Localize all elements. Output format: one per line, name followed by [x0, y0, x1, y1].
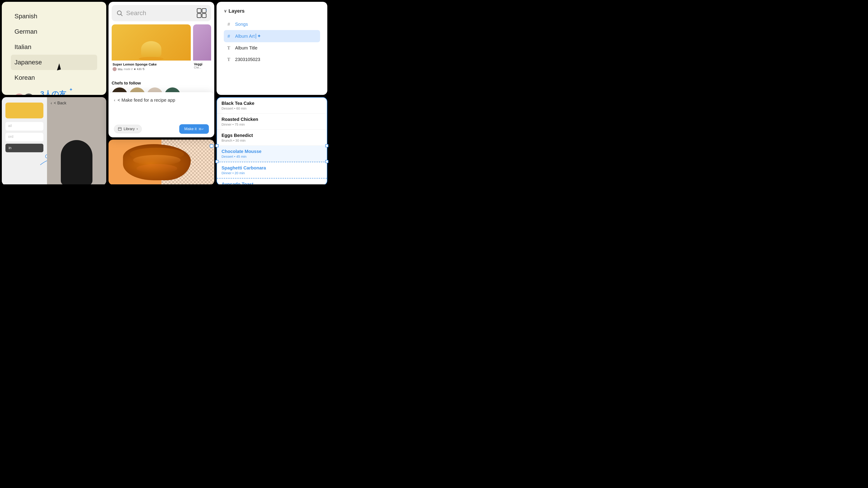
recipe-title-2: Veggi	[194, 62, 210, 66]
search-icon	[116, 10, 123, 17]
language-item-korean[interactable]: Korean	[11, 70, 97, 86]
recipe-list-meta: Brunch • 30 min	[221, 138, 322, 142]
friends-text: 3人の友達 ✦ fr iends	[40, 89, 95, 95]
back-arrow-icon: ‹	[51, 101, 52, 105]
layer-name-number: 2303105023	[235, 57, 260, 62]
prompt-title: < Make feed for a recipe app	[118, 98, 175, 103]
recipe-cards: Super Lemon Sponge Cake Mia made it ★ 4.…	[108, 24, 214, 78]
search-bar: Search ✦	[112, 5, 211, 21]
recipe-title: Super Lemon Sponge Cake	[113, 62, 190, 66]
language-item-japanese[interactable]: Japanese	[11, 55, 97, 70]
library-button[interactable]: Library ▾	[114, 125, 142, 133]
layer-name-editing: Album Art ✦	[235, 33, 261, 39]
language-item-spanish[interactable]: Spanish	[11, 8, 97, 24]
prompt-back-icon[interactable]: ‹	[114, 98, 115, 103]
croissant-panel	[108, 140, 214, 184]
cursor-blink	[256, 34, 256, 39]
avatar-group: 👩 👨	[13, 93, 32, 95]
language-item-italian[interactable]: Italian	[11, 39, 97, 55]
corner-handle-tr	[325, 144, 329, 147]
prompt-footer: Library ▾ Make it ⌘↵	[114, 124, 209, 134]
recipe-list-item-avocado[interactable]: Avocado Toast Brunch • 10 min	[217, 178, 327, 184]
form-left: ail ord in	[2, 97, 47, 184]
corner-handle-bl	[215, 160, 219, 163]
japanese-text: 3人の友達 ✦	[40, 89, 71, 95]
search-placeholder[interactable]: Search	[126, 9, 146, 17]
chef-avatar	[113, 67, 117, 71]
recipe-list-title: Roasted Chicken	[221, 117, 322, 122]
recipe-list-item-eggs-benedict[interactable]: Eggs Benedict Brunch • 30 min	[217, 130, 327, 146]
password-field[interactable]: ord	[5, 133, 43, 141]
sparkle-icon: ✦	[69, 87, 72, 92]
layer-item-album-art[interactable]: # Album Art ✦	[224, 30, 320, 42]
recipe-list-meta: Dinner • 20 min	[221, 171, 322, 175]
make-it-button[interactable]: Make it ⌘↵	[179, 124, 209, 134]
layers-title: Layers	[228, 8, 245, 14]
friends-section: 👩 👨 3人の友達 ✦ fr iends	[11, 89, 97, 95]
form-panel: ail ord in	[2, 97, 106, 184]
recipe-list-title: Eggs Benedict	[221, 133, 322, 138]
person-silhouette	[61, 140, 92, 184]
ai-search-icon[interactable]: ✦	[197, 8, 207, 18]
prompt-content-area[interactable]	[114, 103, 209, 122]
recipe-list-item-spaghetti[interactable]: Spaghetti Carbonara Dinner • 20 min	[217, 162, 327, 178]
signin-button[interactable]: in	[5, 144, 43, 152]
svg-rect-2	[197, 8, 201, 13]
recipe-card-info: Super Lemon Sponge Cake Mia made it ★ 4.…	[112, 61, 191, 72]
language-item-german[interactable]: German	[11, 24, 97, 39]
croissant-shape	[123, 144, 191, 180]
sparkle-icon: ✦	[257, 33, 261, 39]
layer-item-songs[interactable]: # Songs	[224, 19, 320, 30]
recipe-list-title: Avocado Toast	[221, 182, 322, 184]
text-icon: T	[226, 45, 231, 51]
svg-rect-8	[118, 127, 121, 131]
email-field[interactable]: ail	[5, 122, 43, 131]
recipe-card-lemon[interactable]: Super Lemon Sponge Cake Mia made it ★ 4.…	[112, 24, 191, 78]
layers-header: ∨ Layers	[224, 8, 320, 14]
layer-item-number[interactable]: T 2303105023	[224, 54, 320, 65]
form-right: ‹ < Back	[47, 97, 106, 184]
chef-name-2: Che...	[194, 66, 210, 69]
recipe-list-meta: Dessert • 60 min	[221, 106, 322, 110]
recipe-list-item-black-tea[interactable]: Black Tea Cake Dessert • 60 min	[217, 98, 327, 113]
language-panel: Spanish German Italian Japanese Korean 👩…	[2, 2, 106, 95]
chefs-title: Chefs to follow	[112, 81, 211, 86]
ai-prompt-panel: ‹ < Make feed for a recipe app Library ▾…	[108, 92, 214, 137]
hash-icon: #	[226, 22, 231, 27]
search-left: Search	[116, 9, 146, 17]
prompt-header: ‹ < Make feed for a recipe app	[114, 98, 209, 103]
svg-line-1	[121, 14, 123, 16]
layer-item-album-title[interactable]: T Album Title	[224, 42, 320, 54]
recipe-list-meta: Dinner • 75 min	[221, 123, 322, 126]
svg-rect-4	[197, 13, 201, 18]
corner-handle-tl	[215, 144, 219, 147]
svg-rect-5	[202, 13, 206, 18]
crop-handle[interactable]	[210, 144, 213, 148]
svg-point-0	[117, 11, 121, 15]
text-icon-2: T	[226, 57, 231, 62]
recipe-list-panel: Black Tea Cake Dessert • 60 min Roasted …	[217, 97, 327, 184]
avatar: 👩	[13, 93, 25, 95]
corner-handle-br	[325, 160, 329, 163]
recipe-list-item-roasted-chicken[interactable]: Roasted Chicken Dinner • 75 min	[217, 113, 327, 130]
avatar: 👨	[23, 93, 35, 95]
layers-panel: ∨ Layers # Songs # Album Art ✦ T Albu	[217, 2, 327, 95]
made-it-label: made it	[124, 68, 132, 71]
recipe-list-item-chocolate-mousse[interactable]: Chocolate Mousse Dessert • 45 min ↕ ✦✦	[217, 146, 327, 162]
layer-name-album-title: Album Title	[235, 45, 257, 51]
layer-name-songs: Songs	[235, 22, 248, 27]
library-icon	[118, 127, 122, 131]
hash-icon-2: #	[226, 34, 231, 39]
recipe-list-meta: Dessert • 45 min	[221, 155, 322, 158]
back-nav[interactable]: ‹ < Back	[47, 101, 66, 105]
form-inputs: ail ord in	[5, 122, 43, 152]
recipe-card-info-2: Veggi Che...	[193, 61, 211, 71]
rating: ★ 4.8 / 5	[133, 68, 145, 71]
chevron-down-icon: ∨	[224, 8, 227, 13]
recipe-card-veggie[interactable]: Veggi Che...	[193, 24, 211, 78]
recipe-list-title: Chocolate Mousse	[221, 149, 322, 154]
chef-name: Mia	[118, 68, 123, 71]
recipe-list-title: Spaghetti Carbonara	[221, 165, 322, 170]
dropdown-arrow: ▾	[136, 127, 138, 131]
recipe-list-title: Black Tea Cake	[221, 101, 322, 106]
